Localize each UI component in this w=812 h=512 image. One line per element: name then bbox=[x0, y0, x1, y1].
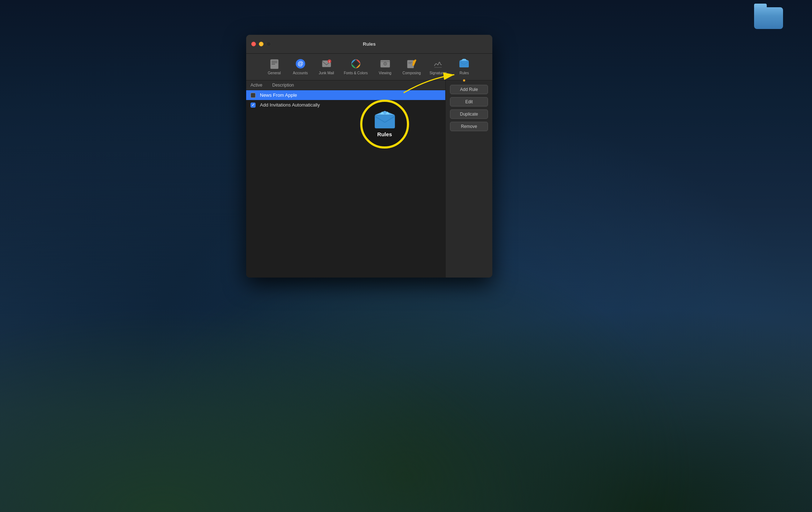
svg-point-13 bbox=[384, 63, 386, 64]
svg-text:@: @ bbox=[298, 61, 303, 67]
rules-label: Rules bbox=[460, 71, 469, 75]
list-row[interactable]: ✓ Add Invitations Automatically bbox=[246, 100, 445, 110]
accounts-icon: @ bbox=[295, 58, 306, 70]
description-column-header: Description bbox=[272, 83, 294, 88]
svg-rect-2 bbox=[272, 62, 277, 63]
list-header: Active Description bbox=[246, 80, 445, 90]
svg-text:!: ! bbox=[329, 60, 330, 63]
rules-list-area: Active Description News From Apple ✓ Add… bbox=[246, 80, 445, 278]
signatures-icon bbox=[432, 58, 444, 70]
composing-icon bbox=[406, 58, 417, 70]
toolbar-viewing[interactable]: Viewing bbox=[372, 57, 398, 76]
sidebar-buttons: Add Rule Edit Duplicate Remove bbox=[445, 80, 492, 278]
toolbar-accounts[interactable]: @ Accounts bbox=[287, 57, 314, 76]
composing-label: Composing bbox=[403, 71, 421, 75]
svg-rect-1 bbox=[272, 61, 277, 62]
svg-rect-19 bbox=[459, 61, 469, 67]
minimize-button[interactable] bbox=[259, 42, 264, 46]
row-1-checkbox[interactable] bbox=[251, 93, 256, 98]
general-icon bbox=[269, 58, 280, 70]
accounts-label: Accounts bbox=[293, 71, 308, 75]
toolbar-junk-mail[interactable]: ! Junk Mail bbox=[314, 57, 340, 76]
svg-rect-3 bbox=[272, 64, 275, 64]
fonts-colors-label: Fonts & Colors bbox=[344, 71, 368, 75]
window-title: Rules bbox=[363, 41, 375, 47]
signatures-label: Signatures bbox=[429, 71, 447, 75]
row-2-label: Add Invitations Automatically bbox=[260, 102, 320, 108]
remove-button[interactable]: Remove bbox=[450, 122, 488, 131]
duplicate-button[interactable]: Duplicate bbox=[450, 109, 488, 119]
folder-body bbox=[754, 7, 783, 29]
maximize-button[interactable] bbox=[266, 42, 271, 46]
checkmark-icon: ✓ bbox=[252, 103, 254, 107]
titlebar: Rules bbox=[246, 35, 492, 54]
fonts-colors-icon bbox=[350, 58, 362, 70]
toolbar-rules[interactable]: Rules bbox=[451, 57, 477, 76]
viewing-label: Viewing bbox=[379, 71, 391, 75]
active-column-header: Active bbox=[251, 83, 272, 88]
toolbar-fonts-colors[interactable]: Fonts & Colors bbox=[340, 57, 372, 76]
toolbar: General @ Accounts ! Junk Ma bbox=[246, 54, 492, 80]
edit-button[interactable]: Edit bbox=[450, 97, 488, 107]
general-label: General bbox=[268, 71, 281, 75]
junk-mail-label: Junk Mail bbox=[319, 71, 334, 75]
add-rule-button[interactable]: Add Rule bbox=[450, 85, 488, 94]
list-row[interactable]: News From Apple bbox=[246, 90, 445, 100]
active-indicator-dot bbox=[463, 79, 465, 82]
close-button[interactable] bbox=[251, 42, 256, 46]
window-controls bbox=[246, 42, 271, 46]
rules-window: Rules General @ Accoun bbox=[246, 35, 492, 278]
toolbar-composing[interactable]: Composing bbox=[398, 57, 425, 76]
row-1-label: News From Apple bbox=[260, 92, 297, 98]
toolbar-signatures[interactable]: Signatures bbox=[425, 57, 451, 76]
content-area: Active Description News From Apple ✓ Add… bbox=[246, 80, 492, 278]
junk-mail-icon: ! bbox=[321, 58, 332, 70]
svg-point-10 bbox=[354, 62, 358, 66]
toolbar-general[interactable]: General bbox=[261, 57, 287, 76]
viewing-icon bbox=[379, 58, 391, 70]
row-2-checkbox[interactable]: ✓ bbox=[251, 103, 256, 108]
desktop-folder[interactable] bbox=[754, 7, 783, 31]
rules-icon bbox=[458, 58, 470, 70]
